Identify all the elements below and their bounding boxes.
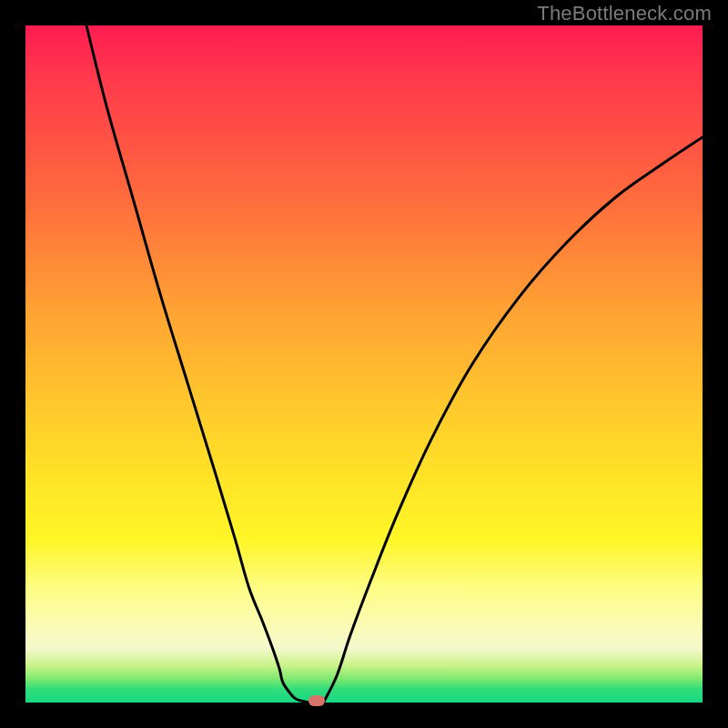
watermark-text: TheBottleneck.com xyxy=(537,2,712,25)
optimum-marker xyxy=(308,695,325,706)
bottleneck-curve xyxy=(25,25,703,703)
chart-frame: TheBottleneck.com xyxy=(0,0,728,728)
plot-area xyxy=(25,25,703,703)
curve-right-branch xyxy=(323,137,703,703)
curve-left-branch xyxy=(86,25,310,703)
